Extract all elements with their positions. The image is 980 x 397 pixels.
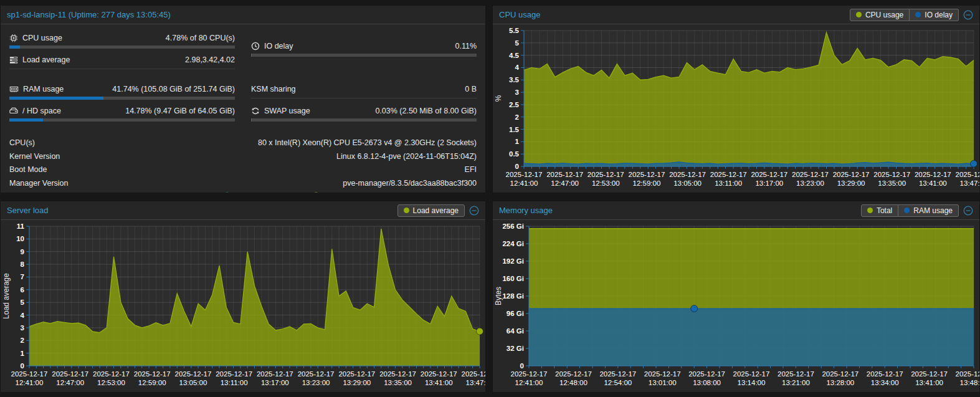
svg-text:13:14:00: 13:14:00: [738, 379, 766, 386]
warning-circle-icon: [312, 192, 321, 193]
svg-text:1.5: 1.5: [509, 126, 520, 133]
repo-warning-link[interactable]: Non production-ready repository enabled!: [312, 190, 477, 193]
ksm-sharing-label: KSM sharing: [251, 85, 296, 93]
svg-text:13:35:00: 13:35:00: [878, 179, 906, 187]
svg-text:96 Gi: 96 Gi: [507, 310, 524, 317]
svg-text:13:28:00: 13:28:00: [826, 379, 854, 386]
hd-space-row: / HD space 14.78% (9.47 GiB of 64.05 GiB…: [9, 105, 235, 117]
svg-text:5: 5: [21, 299, 25, 306]
cpu-usage-row: CPU usage 4.78% of 80 CPU(s): [9, 32, 235, 44]
svg-text:4: 4: [515, 64, 520, 71]
svg-text:128 Gi: 128 Gi: [502, 292, 524, 300]
svg-text:2025-12-17: 2025-12-17: [688, 370, 725, 378]
legend-color-dot: [904, 208, 910, 213]
boot-mode-row: Boot Mode EFI: [9, 163, 477, 177]
svg-text:256 Gi: 256 Gi: [502, 222, 524, 230]
ram-usage-row: RAM usage 41.74% (105.08 GiB of 251.74 G…: [9, 83, 235, 95]
svg-text:13:41:00: 13:41:00: [915, 379, 943, 386]
svg-text:2025-12-17: 2025-12-17: [956, 370, 979, 378]
svg-text:13:01:00: 13:01:00: [649, 379, 677, 386]
collapse-panel-icon[interactable]: [469, 206, 479, 216]
cpus-value: 80 x Intel(R) Xeon(R) CPU E5-2673 v4 @ 2…: [258, 136, 477, 150]
legend-item-total[interactable]: Total: [861, 204, 898, 217]
svg-text:2025-12-17: 2025-12-17: [792, 171, 829, 178]
svg-text:2025-12-17: 2025-12-17: [599, 370, 636, 378]
node-status-header: sp1-sd-lansip-11 (Uptime: 277 days 13:05…: [1, 6, 485, 24]
boot-mode-label: Boot Mode: [9, 163, 47, 177]
svg-text:13:41:00: 13:41:00: [425, 379, 453, 386]
svg-text:64 Gi: 64 Gi: [507, 327, 524, 335]
svg-text:0: 0: [21, 362, 24, 370]
svg-text:12:59:00: 12:59:00: [138, 379, 166, 386]
svg-text:%: %: [494, 95, 503, 102]
manager-version-value: pve-manager/8.3.5/dac3aa88bac3f300: [343, 177, 477, 191]
svg-text:2025-12-17: 2025-12-17: [915, 171, 951, 178]
swap-usage-value: 0.03% (2.50 MiB of 8.00 GiB): [375, 107, 477, 115]
svg-text:4: 4: [21, 312, 25, 319]
memory-usage-chart-title: Memory usage: [499, 206, 553, 215]
cpu-usage-panel: CPU usage CPU usageIO delay 00.511.522.5…: [492, 5, 980, 193]
load-average-value: 2.98,3.42,4.02: [185, 55, 235, 64]
server-load-chart-header: Server load Load average: [1, 201, 485, 220]
svg-text:2025-12-17: 2025-12-17: [751, 171, 787, 178]
svg-text:8: 8: [21, 261, 25, 268]
svg-text:2025-12-17: 2025-12-17: [669, 171, 706, 178]
node-stats: CPU usage 4.78% of 80 CPU(s) Load averag…: [1, 24, 485, 193]
svg-text:Bytes: Bytes: [494, 287, 503, 305]
svg-text:2025-12-17: 2025-12-17: [822, 370, 859, 378]
legend-color-dot: [856, 12, 862, 17]
repository-status-row: Repository Status Proxmox VE updates Non…: [9, 190, 477, 193]
svg-text:2.5: 2.5: [509, 101, 520, 108]
svg-text:6: 6: [21, 286, 24, 294]
cpu-usage-label: CPU usage: [22, 34, 62, 42]
legend-item-io-delay[interactable]: IO delay: [910, 9, 959, 21]
svg-text:4.5: 4.5: [509, 52, 520, 59]
svg-text:12:53:00: 12:53:00: [97, 379, 125, 386]
svg-text:2025-12-17: 2025-12-17: [956, 171, 979, 178]
svg-text:13:34:00: 13:34:00: [871, 379, 899, 386]
boot-mode-value: EFI: [465, 163, 477, 177]
legend-item-cpu-usage[interactable]: CPU usage: [850, 9, 910, 21]
svg-text:13:05:00: 13:05:00: [179, 379, 207, 386]
hdd-icon: [9, 107, 18, 115]
svg-text:3: 3: [515, 88, 519, 96]
cpus-row: CPU(s) 80 x Intel(R) Xeon(R) CPU E5-2673…: [9, 136, 477, 150]
svg-text:5: 5: [515, 39, 520, 47]
svg-text:13:47:00: 13:47:00: [960, 179, 979, 187]
svg-text:12:59:00: 12:59:00: [633, 179, 661, 187]
collapse-panel-icon[interactable]: [963, 206, 973, 216]
legend-item-ram-usage[interactable]: RAM usage: [898, 204, 959, 217]
svg-text:2025-12-17: 2025-12-17: [588, 171, 624, 178]
svg-text:3.5: 3.5: [509, 76, 520, 84]
svg-text:2025-12-17: 2025-12-17: [216, 370, 252, 378]
svg-text:12:54:00: 12:54:00: [604, 379, 632, 386]
svg-text:224 Gi: 224 Gi: [502, 240, 524, 247]
collapse-panel-icon[interactable]: [963, 10, 973, 20]
legend-color-dot: [915, 12, 921, 17]
legend-item-load-average[interactable]: Load average: [397, 204, 465, 217]
svg-text:160 Gi: 160 Gi: [502, 275, 524, 282]
node-title: sp1-sd-lansip-11 (Uptime: 277 days 13:05…: [7, 10, 171, 19]
memory-usage-chart[interactable]: 032 Gi64 Gi96 Gi128 Gi160 Gi192 Gi224 Gi…: [493, 220, 979, 392]
stats-group-top: CPU usage 4.78% of 80 CPU(s) Load averag…: [9, 32, 477, 75]
svg-text:2025-12-17: 2025-12-17: [134, 370, 171, 378]
svg-text:2025-12-17: 2025-12-17: [911, 370, 948, 378]
svg-text:2: 2: [21, 337, 24, 344]
cpu-usage-chart[interactable]: 00.511.522.533.544.555.5%2025-12-1712:41…: [493, 24, 979, 193]
load-average-row: Load average 2.98,3.42,4.02: [9, 54, 235, 65]
svg-text:2025-12-17: 2025-12-17: [555, 370, 592, 378]
kernel-version-value: Linux 6.8.12-4-pve (2024-11-06T15:04Z): [336, 150, 477, 164]
svg-text:2025-12-17: 2025-12-17: [733, 370, 770, 378]
server-load-chart[interactable]: 01234567891011Load average2025-12-1712:4…: [1, 220, 485, 392]
svg-text:2025-12-17: 2025-12-17: [511, 370, 548, 378]
svg-text:2025-12-17: 2025-12-17: [506, 171, 543, 178]
svg-text:12:48:00: 12:48:00: [559, 379, 588, 386]
cpu-usage-chart-title: CPU usage: [499, 10, 540, 19]
cpu-usage-chart-header: CPU usage CPU usageIO delay: [493, 6, 979, 24]
svg-text:13:17:00: 13:17:00: [261, 379, 289, 386]
refresh-icon: [251, 107, 260, 115]
stats-group-memory: RAM usage 41.74% (105.08 GiB of 251.74 G…: [9, 83, 477, 127]
svg-text:0.5: 0.5: [509, 150, 520, 158]
swap-usage-row: SWAP usage 0.03% (2.50 MiB of 8.00 GiB): [251, 105, 477, 117]
svg-text:13:11:00: 13:11:00: [221, 379, 248, 386]
